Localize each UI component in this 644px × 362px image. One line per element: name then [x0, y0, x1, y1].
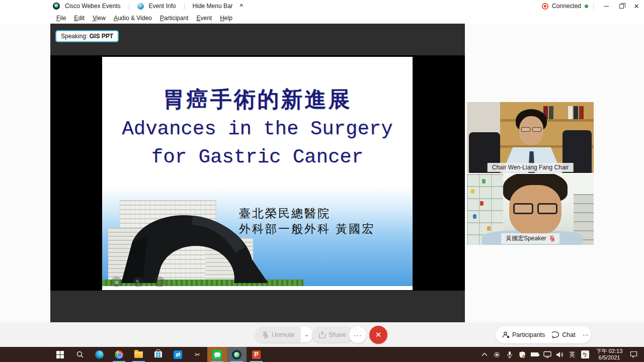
- video-thumbnail-speaker[interactable]: 黃國宏Speaker: [467, 174, 594, 245]
- speaking-name: GIS PPT: [90, 33, 113, 40]
- tray-ime-indicator[interactable]: ㄅ: [579, 347, 591, 362]
- slide-title-english-2: for Gastric Cancer: [102, 146, 413, 168]
- camera-overlay-icon[interactable]: ▣: [111, 277, 122, 287]
- line-app-icon: [212, 350, 222, 359]
- tray-microphone-icon[interactable]: [503, 347, 516, 362]
- share-label: Share: [329, 331, 346, 338]
- sync-icon: [493, 351, 501, 358]
- menu-event[interactable]: Event: [193, 13, 215, 23]
- menu-participant[interactable]: Participant: [156, 13, 192, 23]
- minimize-button[interactable]: [599, 0, 614, 12]
- action-center-button[interactable]: [627, 347, 640, 362]
- clock-time: 下午 02:13: [593, 348, 625, 354]
- minimize-icon: [604, 6, 609, 7]
- taskbar-store[interactable]: [148, 347, 168, 362]
- taskbar-powerpoint[interactable]: P: [247, 347, 266, 362]
- connected-status[interactable]: Connected: [552, 3, 581, 10]
- presentation-slide: 胃癌手術的新進展 Advances in the Surgery for Gas…: [102, 57, 413, 290]
- share-icon: [319, 331, 326, 338]
- figurine: [471, 189, 474, 194]
- chat-button[interactable]: Chat: [548, 331, 579, 338]
- hide-menu-bar-button[interactable]: Hide Menu Bar: [193, 3, 233, 10]
- chat-label: Chat: [562, 331, 575, 338]
- chrome-icon: [115, 350, 123, 359]
- webex-window: Cisco Webex Events Event Info Hide Menu …: [0, 0, 644, 362]
- taskbar-file-explorer[interactable]: [129, 347, 148, 362]
- tray-language-indicator[interactable]: 英: [566, 347, 579, 362]
- mic-muted-icon: [262, 331, 269, 338]
- share-button[interactable]: Share: [312, 327, 353, 342]
- start-button[interactable]: [50, 347, 70, 362]
- teamviewer-icon: ⇄: [174, 350, 182, 359]
- unmute-button[interactable]: Unmute: [255, 327, 301, 342]
- webex-app-icon: [232, 350, 242, 359]
- taskbar-chrome[interactable]: [109, 347, 129, 362]
- taskbar-teamviewer[interactable]: ⇄: [168, 347, 188, 362]
- taskbar-line[interactable]: [207, 347, 227, 362]
- menu-edit[interactable]: Edit: [70, 13, 88, 23]
- tray-show-hidden-button[interactable]: [478, 347, 491, 362]
- figurine: [487, 226, 491, 231]
- figurine: [473, 214, 476, 219]
- more-panels-button[interactable]: ···: [579, 331, 591, 338]
- display-icon: [543, 351, 551, 358]
- ime-mode-icon: ㄅ: [581, 350, 589, 358]
- zoom-overlay-icon[interactable]: 🔍: [133, 277, 143, 287]
- unmute-split-button: Unmute ⌄: [255, 327, 313, 342]
- tray-display-icon[interactable]: [541, 347, 553, 362]
- chevron-up-icon: [481, 352, 488, 356]
- taskbar-search-button[interactable]: [70, 347, 90, 362]
- edge-icon: [95, 350, 104, 359]
- tray-security-icon[interactable]: [516, 347, 528, 362]
- caret-up-icon[interactable]: ^: [240, 3, 243, 9]
- panel-buttons: Participants Chat ···: [496, 326, 591, 343]
- close-icon: ✕: [375, 330, 382, 339]
- windows-taskbar: ⇄ ✂ P: [0, 347, 644, 362]
- taskbar-clock[interactable]: 下午 02:13 6/5/2021: [591, 348, 627, 361]
- speaker-icon: [556, 351, 564, 358]
- unmute-label: Unmute: [272, 331, 295, 338]
- event-info-link[interactable]: Event Info: [149, 3, 176, 10]
- menu-file[interactable]: File: [53, 13, 69, 23]
- content-stage: Speaking: GIS PPT 胃癌手術的新進展 Advances in t…: [50, 24, 465, 322]
- tray-battery-icon[interactable]: [528, 347, 541, 362]
- speaking-indicator: Speaking: GIS PPT: [55, 30, 119, 42]
- chair-person-glasses: [521, 127, 541, 132]
- more-options-button[interactable]: ···: [349, 326, 366, 343]
- more-overlay-icon[interactable]: ···: [154, 277, 165, 287]
- microphone-icon: [507, 351, 513, 358]
- title-bar: Cisco Webex Events Event Info Hide Menu …: [0, 0, 644, 12]
- menu-help[interactable]: Help: [216, 13, 236, 23]
- speaker-person-glasses: [513, 203, 557, 214]
- book: [568, 106, 573, 119]
- audio-options-button[interactable]: ⌄: [301, 327, 313, 342]
- file-explorer-icon: [134, 351, 143, 358]
- tray-sync-icon[interactable]: [491, 347, 503, 362]
- taskbar-edge[interactable]: [90, 347, 109, 362]
- menu-view[interactable]: View: [89, 13, 109, 23]
- restore-button[interactable]: [614, 0, 629, 12]
- more-icon: ···: [354, 331, 362, 339]
- restore-icon: [619, 4, 624, 9]
- video-thumbnail-chair[interactable]: Chair Wen-Liang Fang Chair: [467, 102, 594, 173]
- close-button[interactable]: ✕: [629, 0, 644, 12]
- video2-name: 黃國宏Speaker: [506, 234, 546, 243]
- divider: [593, 3, 594, 10]
- close-icon: ✕: [634, 3, 639, 10]
- menu-audio-video[interactable]: Audio & Video: [110, 13, 155, 23]
- shared-screen: 胃癌手術的新進展 Advances in the Surgery for Gas…: [50, 55, 465, 291]
- divider: [129, 3, 129, 10]
- leave-event-button[interactable]: ✕: [369, 326, 387, 344]
- notification-icon: [630, 351, 637, 358]
- taskbar-webex[interactable]: [227, 347, 247, 362]
- tray-volume-icon[interactable]: [553, 347, 566, 362]
- taskbar-snipping-tool[interactable]: ✂: [188, 347, 207, 362]
- slide-title-chinese: 胃癌手術的新進展: [102, 85, 413, 114]
- clock-date: 6/5/2021: [593, 354, 625, 361]
- affiliation-line-1: 臺北榮民總醫院: [239, 206, 375, 221]
- snipping-tool-icon: ✂: [195, 351, 200, 358]
- participants-button[interactable]: Participants: [499, 331, 548, 338]
- event-info-icon: [137, 3, 144, 10]
- video1-name-tag: Chair Wen-Liang Fang Chair: [488, 163, 574, 172]
- webex-logo-icon: [53, 3, 60, 10]
